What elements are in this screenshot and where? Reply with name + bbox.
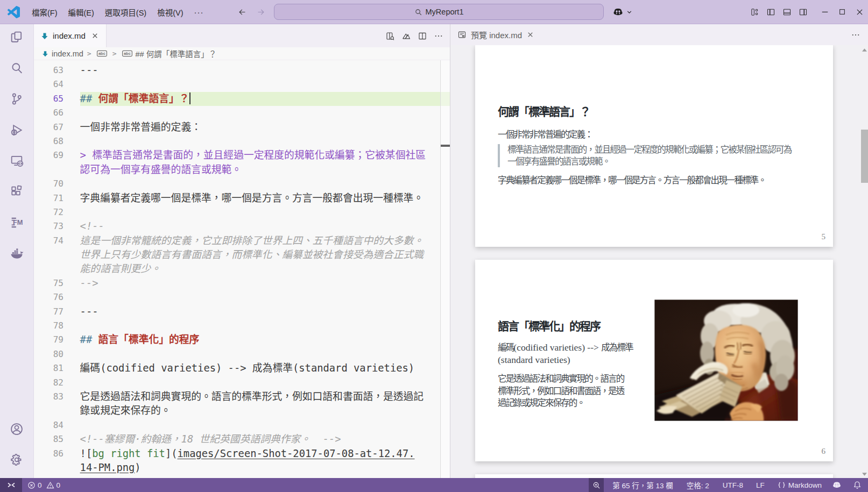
- code-line-wrap[interactable]: 認可為一個享有盛譽的語言或規範。: [34, 163, 450, 177]
- line-number[interactable]: 65: [34, 92, 63, 106]
- code-line-78[interactable]: 78: [34, 319, 450, 333]
- cursor-position-status[interactable]: 第 65 行，第 13 欄: [609, 478, 677, 492]
- code-text[interactable]: 認可為一個享有盛譽的語言或規範。: [80, 163, 242, 177]
- activitybar-settings-icon[interactable]: [4, 447, 30, 473]
- activitybar-source-control-icon[interactable]: [4, 86, 30, 112]
- notifications-bell[interactable]: [849, 478, 864, 492]
- activitybar-explorer-icon[interactable]: [4, 24, 30, 50]
- line-number[interactable]: 81: [34, 361, 63, 375]
- code-line-72[interactable]: 72: [34, 205, 450, 219]
- zoom-status-button[interactable]: [589, 478, 604, 492]
- preview-more-actions-button[interactable]: [851, 30, 860, 40]
- tab-index-md[interactable]: index.md: [34, 24, 107, 47]
- line-number[interactable]: [34, 248, 63, 262]
- code-line-77[interactable]: 77---: [34, 305, 450, 319]
- line-number[interactable]: 83: [34, 390, 63, 404]
- copilot-icon[interactable]: [612, 6, 624, 18]
- line-number[interactable]: 63: [34, 63, 63, 77]
- menubar-more-button[interactable]: ···: [189, 5, 209, 19]
- menu-v[interactable]: 檢視(V): [152, 4, 188, 20]
- copilot-menu[interactable]: [612, 0, 633, 24]
- line-number[interactable]: 84: [34, 418, 63, 432]
- code-line-69[interactable]: 69> 標準語言通常是書面的，並且經過一定程度的規範化或編纂；它被某個社區: [34, 148, 450, 162]
- activitybar-extensions-icon[interactable]: [4, 179, 30, 205]
- maximize-button[interactable]: [834, 0, 851, 24]
- code-text[interactable]: 編碼(codified varieties) --> 成為標準(standard…: [80, 361, 415, 375]
- problems-indicator[interactable]: 0 0: [22, 478, 64, 492]
- encoding-status[interactable]: UTF-8: [719, 478, 747, 492]
- minimize-button[interactable]: [816, 0, 834, 24]
- code-line-84[interactable]: 84: [34, 418, 450, 432]
- preview-scroll-down-icon[interactable]: [862, 473, 867, 476]
- indentation-status[interactable]: 空格: 2: [683, 478, 713, 492]
- activitybar-run-debug-icon[interactable]: [4, 117, 30, 143]
- line-number[interactable]: 76: [34, 290, 63, 304]
- toggle-primary-sidebar-button[interactable]: [763, 0, 779, 24]
- code-line-68[interactable]: 68: [34, 134, 450, 148]
- code-line-wrap[interactable]: 能的語言則更少。: [34, 262, 450, 276]
- code-line-75[interactable]: 75-->: [34, 276, 450, 290]
- code-line-74[interactable]: 74這是一個非常籠統的定義，它立即排除了世界上四、五千種語言中的大多數。: [34, 234, 450, 248]
- line-number[interactable]: 75: [34, 276, 63, 290]
- line-number[interactable]: 68: [34, 134, 63, 148]
- code-text[interactable]: 這是一個非常籠統的定義，它立即排除了世界上四、五千種語言中的大多數。: [80, 234, 424, 248]
- code-line-76[interactable]: 76: [34, 290, 450, 304]
- eol-status[interactable]: LF: [752, 478, 768, 492]
- line-number[interactable]: 79: [34, 333, 63, 347]
- marp-export-button[interactable]: [398, 24, 414, 47]
- code-text[interactable]: 14-PM.png): [80, 461, 141, 475]
- code-line-80[interactable]: 80: [34, 347, 450, 361]
- activitybar-search-icon[interactable]: [4, 55, 30, 81]
- tab-close-icon[interactable]: [90, 31, 101, 41]
- code-line-71[interactable]: 71字典編纂者定義哪一個是標準，哪一個是方言。方言一般都會出現一種標準。: [34, 191, 450, 205]
- line-number[interactable]: 66: [34, 106, 63, 120]
- code-text[interactable]: 世界上只有少數語言有書面語言，而標準化、編纂並被社會接受為適合正式職: [80, 248, 424, 262]
- open-preview-side-button[interactable]: [382, 24, 398, 47]
- line-number[interactable]: [34, 461, 63, 475]
- line-number[interactable]: 71: [34, 191, 63, 205]
- line-number[interactable]: [34, 163, 63, 177]
- code-text[interactable]: 能的語言則更少。: [80, 262, 161, 276]
- menu-e[interactable]: 編輯(E): [63, 4, 100, 20]
- menu-s[interactable]: 選取項目(S): [100, 4, 152, 20]
- code-line-82[interactable]: 82: [34, 376, 450, 390]
- code-text[interactable]: ![bg right fit](images/Screen-Shot-2017-…: [80, 447, 415, 461]
- code-line-63[interactable]: 63---: [34, 63, 450, 77]
- code-line-65[interactable]: 65## 何謂「標準語言」？: [34, 92, 450, 106]
- code-line-85[interactable]: 85<!--塞繆爾·約翰遜，18 世紀英國英語詞典作家。 -->: [34, 432, 450, 446]
- customize-layout-button[interactable]: [746, 0, 763, 24]
- symbol-string-icon[interactable]: [122, 49, 133, 58]
- preview-scroll-up-icon[interactable]: [862, 48, 867, 52]
- toggle-secondary-sidebar-button[interactable]: [795, 0, 811, 24]
- line-number[interactable]: 64: [34, 77, 63, 91]
- code-editor[interactable]: 63---6465## 何謂「標準語言」？6667一個非常非常普遍的定義：686…: [34, 60, 450, 478]
- overview-ruler[interactable]: [440, 60, 450, 478]
- code-line-79[interactable]: 79## 語言「標準化」的程序: [34, 333, 450, 347]
- menu-f[interactable]: 檔案(F): [26, 4, 63, 20]
- tab-close-icon[interactable]: [526, 31, 534, 39]
- code-line-70[interactable]: 70: [34, 177, 450, 191]
- line-number[interactable]: 73: [34, 219, 63, 233]
- line-number[interactable]: [34, 404, 63, 418]
- copilot-status[interactable]: [828, 478, 845, 492]
- language-mode-status[interactable]: Markdown: [773, 478, 825, 492]
- editor-more-actions-button[interactable]: [431, 24, 447, 47]
- split-editor-button[interactable]: [414, 24, 431, 47]
- code-line-81[interactable]: 81編碼(codified varieties) --> 成為標準(standa…: [34, 361, 450, 375]
- activitybar-frontmatter-icon[interactable]: [4, 210, 30, 236]
- line-number[interactable]: [34, 262, 63, 276]
- line-number[interactable]: 78: [34, 319, 63, 333]
- chevron-down-icon[interactable]: [626, 9, 633, 16]
- code-text[interactable]: <!--塞繆爾·約翰遜，18 世紀英國英語詞典作家。 -->: [80, 432, 341, 446]
- line-number[interactable]: 86: [34, 447, 63, 461]
- activitybar-remote-explorer-icon[interactable]: [4, 148, 30, 174]
- code-line-83[interactable]: 83它是透過語法和詞典實現的。語言的標準形式，例如口語和書面語，是透過記: [34, 390, 450, 404]
- line-number[interactable]: 85: [34, 432, 63, 446]
- preview-scrollbar[interactable]: [861, 130, 868, 183]
- symbol-string-icon[interactable]: [96, 49, 108, 58]
- line-number[interactable]: 77: [34, 305, 63, 319]
- code-text[interactable]: <!--: [80, 219, 104, 233]
- nav-back-button[interactable]: [234, 0, 250, 24]
- line-number[interactable]: 82: [34, 376, 63, 390]
- code-line-wrap[interactable]: 世界上只有少數語言有書面語言，而標準化、編纂並被社會接受為適合正式職: [34, 248, 450, 262]
